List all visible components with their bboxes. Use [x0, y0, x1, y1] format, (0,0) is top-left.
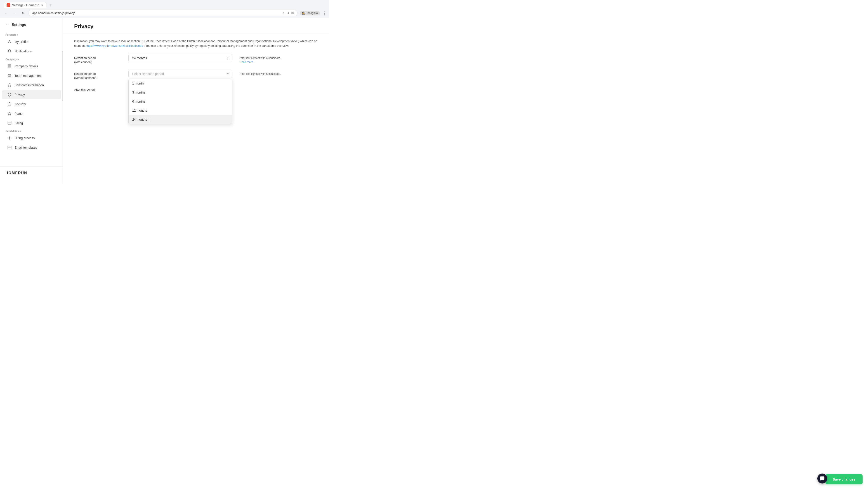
building-icon — [7, 64, 12, 68]
plans-label: Plans — [14, 112, 22, 116]
billing-label: Billing — [14, 121, 23, 125]
security-label: Security — [14, 102, 26, 106]
address-bar: ← → ↻ app.homerun.co/settings/privacy ☆ … — [0, 8, 329, 18]
sidebar-item-billing[interactable]: Billing — [2, 119, 61, 128]
personal-section-arrow: ▾ — [17, 34, 18, 36]
notifications-label: Notifications — [14, 50, 32, 53]
security-icon — [7, 102, 12, 106]
people-icon — [7, 73, 12, 78]
bookmark-icon[interactable]: ☆ — [282, 11, 285, 15]
hiring-process-icon — [7, 136, 12, 140]
read-more-link[interactable]: Read more. — [240, 60, 281, 64]
back-button[interactable]: ← — [3, 10, 9, 16]
intro-text-after-link: . You can enforce your retention policy … — [144, 44, 289, 47]
candidates-section-arrow: ▾ — [20, 130, 21, 132]
incognito-label: Incognito — [307, 11, 318, 15]
personal-section-label: Personal ▾ — [0, 32, 63, 37]
privacy-label: Privacy — [14, 93, 25, 96]
retention-with-consent-dropdown[interactable]: 24 months ▾ — [128, 54, 232, 62]
cursor-hint: | — [150, 118, 150, 121]
dropdown-option-12months[interactable]: 12 months — [129, 106, 232, 115]
nvp-link[interactable]: https://www.nvp-hrnetwerk.nl/sollicitati… — [86, 44, 143, 47]
browser-chrome: H Settings - Homerun ✕ + ← → ↻ app.homer… — [0, 0, 329, 18]
download-icon[interactable]: ⬇ — [287, 11, 289, 15]
sidebar-item-team-management[interactable]: Team management — [2, 71, 61, 80]
retention-dropdown-menu: 1 month 3 months 6 months 12 months 24 m… — [128, 78, 232, 124]
svg-rect-4 — [8, 85, 11, 87]
page-title: Privacy — [74, 23, 318, 30]
sidebar-item-sensitive-information[interactable]: Sensitive information — [2, 80, 61, 90]
split-view-icon[interactable]: ⧉ — [291, 11, 293, 15]
app-layout: ← Settings Personal ▾ My profile Notific… — [0, 18, 329, 184]
content-area: inspiration, you may want to have a look… — [63, 33, 329, 103]
page-header: Privacy — [63, 18, 329, 33]
dropdown-chevron-icon-2: ▾ — [227, 72, 228, 75]
tab-close-button[interactable]: ✕ — [41, 4, 43, 7]
new-tab-button[interactable]: + — [47, 2, 54, 8]
dropdown-option-1month[interactable]: 1 month — [129, 79, 232, 88]
dropdown-chevron-icon: ▾ — [227, 57, 228, 60]
hiring-process-label: Hiring process — [14, 136, 35, 140]
company-section-arrow: ▾ — [18, 58, 19, 61]
candidates-section-label: Candidates ▾ — [0, 128, 63, 133]
hint-with-consent-text: After last contact with a candidate. — [240, 57, 281, 60]
svg-marker-5 — [8, 112, 11, 115]
retention-with-consent-row: Retention period(with consent) 24 months… — [74, 54, 318, 64]
svg-rect-9 — [8, 146, 11, 149]
svg-point-0 — [9, 40, 10, 42]
person-icon — [7, 39, 12, 44]
retention-without-consent-dropdown[interactable]: Select retention period ▾ — [128, 70, 232, 78]
tab-title: Settings - Homerun — [12, 3, 39, 7]
incognito-badge: 🕵 Incognito — [300, 11, 320, 15]
sidebar-item-company-details[interactable]: Company details — [2, 62, 61, 71]
retention-with-consent-value: 24 months — [132, 56, 147, 60]
retention-without-consent-placeholder: Select retention period — [132, 72, 164, 76]
retention-without-consent-control: Select retention period ▾ 1 month 3 mont… — [128, 70, 232, 78]
settings-back-nav[interactable]: ← Settings — [0, 22, 63, 32]
dropdown-option-3months[interactable]: 3 months — [129, 88, 232, 97]
dropdown-option-6months[interactable]: 6 months — [129, 97, 232, 106]
sidebar-item-my-profile[interactable]: My profile — [2, 37, 61, 46]
forward-button[interactable]: → — [11, 10, 18, 16]
svg-point-8 — [9, 138, 10, 139]
reload-button[interactable]: ↻ — [20, 10, 26, 16]
sidebar-item-email-templates[interactable]: Email templates — [2, 143, 61, 152]
billing-icon — [7, 121, 12, 125]
active-tab[interactable]: H Settings - Homerun ✕ — [4, 2, 46, 8]
browser-menu-icon[interactable]: ⋮ — [322, 11, 327, 15]
my-profile-label: My profile — [14, 40, 28, 43]
company-section-label: Company ▾ — [0, 56, 63, 61]
after-period-label: After this period — [74, 86, 128, 92]
company-details-label: Company details — [14, 64, 38, 68]
svg-rect-1 — [8, 65, 11, 68]
plans-icon — [7, 111, 12, 116]
team-management-label: Team management — [14, 74, 41, 77]
sidebar: ← Settings Personal ▾ My profile Notific… — [0, 18, 63, 184]
sidebar-item-notifications[interactable]: Notifications — [2, 47, 61, 56]
settings-back-label: Settings — [12, 23, 26, 27]
incognito-icon: 🕵 — [302, 11, 305, 15]
sidebar-item-privacy[interactable]: Privacy — [2, 90, 61, 99]
dropdown-option-24months[interactable]: 24 months | — [129, 115, 232, 124]
svg-point-2 — [8, 74, 10, 75]
back-arrow-icon: ← — [5, 22, 9, 27]
sidebar-scrollbar[interactable] — [62, 51, 63, 101]
hint-without-consent-text: After last contact with a candidate. — [240, 72, 281, 75]
retention-without-consent-hint: After last contact with a candidate. — [240, 70, 281, 76]
sidebar-item-plans[interactable]: Plans — [2, 109, 61, 118]
sidebar-item-security[interactable]: Security — [2, 100, 61, 109]
retention-with-consent-hint: After last contact with a candidate. Rea… — [240, 54, 281, 64]
tab-bar: H Settings - Homerun ✕ + — [0, 0, 329, 8]
sidebar-item-hiring-process[interactable]: Hiring process — [2, 133, 61, 142]
privacy-shield-icon — [7, 92, 12, 97]
lock-icon — [7, 83, 12, 88]
email-templates-icon — [7, 145, 12, 150]
sensitive-information-label: Sensitive information — [14, 84, 44, 87]
url-input[interactable]: app.homerun.co/settings/privacy ☆ ⬇ ⧉ — [29, 10, 298, 16]
homerun-logo: HOMERUN — [0, 166, 63, 180]
email-templates-label: Email templates — [14, 146, 37, 149]
intro-paragraph: inspiration, you may want to have a look… — [74, 39, 318, 48]
bell-icon — [7, 49, 12, 54]
retention-without-consent-label: Retention period(without consent) — [74, 70, 128, 80]
retention-with-consent-control: 24 months ▾ — [128, 54, 232, 62]
